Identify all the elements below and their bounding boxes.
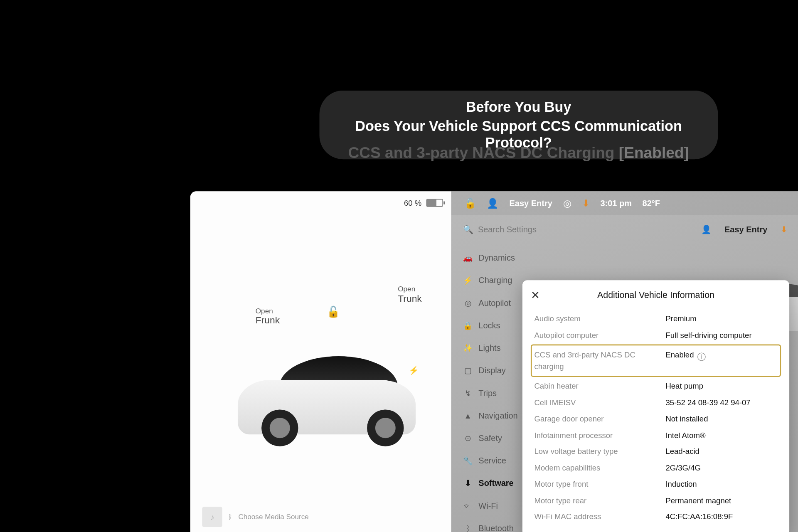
vehicle-info-modal: ✕ Additional Vehicle Information Audio s… xyxy=(522,280,789,532)
info-row: Low voltage battery typeLead-acid xyxy=(533,443,779,460)
battery-icon xyxy=(426,199,443,207)
info-key: Audio system xyxy=(534,313,665,325)
info-row: Autopilot computerFull self-driving comp… xyxy=(533,327,779,343)
info-value: Full self-driving computer xyxy=(665,329,777,341)
info-key: Cell IMEISV xyxy=(534,397,665,409)
info-value: Permanent magnet xyxy=(665,495,777,506)
status-bar: 🔓 👤 Easy Entry ◎ ⬇ 3:01 pm 82°F xyxy=(451,191,798,215)
subtitle-prefix: CCS and 3-party NACS DC Charging xyxy=(348,144,618,162)
header-update-icon[interactable]: ⬇ xyxy=(781,224,788,234)
settings-header: 🔍 Search Settings 👤 Easy Entry ⬇ 🔔 ᛒ LTE… xyxy=(463,223,798,235)
menu-icon: ⚡ xyxy=(463,276,473,285)
info-value: 35-52 24 08-39 42 94-07 xyxy=(665,397,777,409)
frunk-label: Frunk xyxy=(256,315,280,326)
menu-label: Service xyxy=(478,456,506,466)
info-row: CCS and 3rd-party NACS DC chargingEnable… xyxy=(531,344,781,377)
settings-search[interactable]: 🔍 Search Settings xyxy=(463,224,537,234)
subtitle-emph: [Enabled] xyxy=(619,144,689,162)
info-value: Induction xyxy=(665,478,777,490)
menu-label: Software xyxy=(478,478,513,488)
info-row: Wi-Fi MAC address4C:FC:AA:16:08:9F xyxy=(533,509,779,525)
menu-icon: ᛒ xyxy=(463,524,473,532)
update-icon[interactable]: ⬇ xyxy=(582,197,590,209)
modal-title: Additional Vehicle Information xyxy=(533,290,779,300)
touchscreen: 60 % Open Frunk Open Trunk 🔓 ⚡ ᛒ Choose … xyxy=(190,191,798,532)
lock-icon[interactable]: 🔓 xyxy=(327,305,340,318)
menu-icon: ▲ xyxy=(463,411,473,420)
frunk-button[interactable]: Open Frunk xyxy=(256,307,280,326)
info-row: Infotainment processorIntel Atom® xyxy=(533,427,779,443)
info-key: Garage door opener xyxy=(534,413,665,425)
info-key: Motor type rear xyxy=(534,495,665,506)
menu-icon: ⬇ xyxy=(463,479,473,488)
media-source-button[interactable]: ᛒ Choose Media Source xyxy=(202,507,439,527)
search-icon: 🔍 xyxy=(463,224,473,234)
status-temp: 82°F xyxy=(643,198,660,208)
info-value: 2G/3G/4G xyxy=(665,462,777,474)
info-value: Enabledi xyxy=(665,349,777,372)
info-key: Infotainment processor xyxy=(534,429,665,441)
info-row: Audio systemPremium xyxy=(533,310,779,327)
info-row: Modem capabilities2G/3G/4G xyxy=(533,460,779,476)
info-value: Lead-acid xyxy=(665,446,777,457)
info-row: Cell IMEISV35-52 24 08-39 42 94-07 xyxy=(533,394,779,411)
menu-label: Lights xyxy=(478,343,500,353)
menu-icon: 🔧 xyxy=(463,456,473,465)
menu-label: Locks xyxy=(478,320,500,330)
header-profile[interactable]: Easy Entry xyxy=(724,224,767,234)
album-art-placeholder xyxy=(202,507,222,527)
sidebar-item-dynamics[interactable]: 🚗Dynamics xyxy=(463,253,534,263)
info-key: Modem capabilities xyxy=(534,462,665,474)
menu-label: Safety xyxy=(478,433,502,443)
menu-label: Wi-Fi xyxy=(478,501,498,510)
menu-label: Display xyxy=(478,366,506,375)
vehicle-render xyxy=(226,345,433,464)
info-key: Low voltage battery type xyxy=(534,446,665,457)
info-row: Cabin heaterHeat pump xyxy=(533,378,779,394)
info-icon[interactable]: i xyxy=(697,352,706,361)
menu-icon: ◎ xyxy=(463,298,473,307)
info-key: Autopilot computer xyxy=(534,329,665,341)
info-value: 4C:FC:AA:16:08:9F xyxy=(665,511,777,522)
media-bar: ᛒ Choose Media Source ⏮ ▶ ⏭ ⫼ 🔍 xyxy=(202,507,439,532)
menu-icon: ▢ xyxy=(463,366,473,375)
frunk-open-label: Open xyxy=(256,307,273,315)
user-icon[interactable]: 👤 xyxy=(487,197,499,209)
info-value: Not installed xyxy=(665,413,777,425)
unlock-icon[interactable]: 🔓 xyxy=(464,197,476,209)
menu-icon: ✨ xyxy=(463,343,473,352)
menu-label: Bluetooth xyxy=(478,523,513,532)
menu-label: Charging xyxy=(478,276,512,285)
left-pane: 60 % Open Frunk Open Trunk 🔓 ⚡ ᛒ Choose … xyxy=(190,191,451,532)
menu-icon: 🔒 xyxy=(463,321,473,330)
info-value: Intel Atom® xyxy=(665,429,777,441)
info-key: Motor type front xyxy=(534,478,665,490)
menu-label: Dynamics xyxy=(478,253,515,263)
info-row: Motor type rearPermanent magnet xyxy=(533,492,779,508)
overlay-subtitle: CCS and 3-party NACS DC Charging [Enable… xyxy=(348,144,689,162)
user-icon: 👤 xyxy=(701,224,711,234)
sentry-icon[interactable]: ◎ xyxy=(563,197,571,209)
info-key: CCS and 3rd-party NACS DC charging xyxy=(534,349,665,372)
menu-icon: ⊙ xyxy=(463,433,473,442)
info-value: Premium xyxy=(665,313,777,325)
banner-line1: Before You Buy xyxy=(355,99,682,116)
close-icon[interactable]: ✕ xyxy=(531,288,539,301)
info-row: Garage door openerNot installed xyxy=(533,411,779,427)
info-key: Cabin heater xyxy=(534,380,665,392)
info-row: Motor type frontInduction xyxy=(533,476,779,492)
menu-label: Navigation xyxy=(478,411,517,420)
menu-label: Trips xyxy=(478,388,497,398)
right-pane: 🔓 👤 Easy Entry ◎ ⬇ 3:01 pm 82°F 🔍 Search… xyxy=(451,191,798,532)
info-value: Heat pump xyxy=(665,380,777,392)
status-profile[interactable]: Easy Entry xyxy=(510,198,552,208)
info-key: Wi-Fi MAC address xyxy=(534,511,665,522)
trunk-button[interactable]: Open Trunk xyxy=(398,285,422,304)
menu-icon: ᯤ xyxy=(463,501,473,510)
menu-label: Autopilot xyxy=(478,298,511,308)
trunk-open-label: Open xyxy=(398,285,415,293)
trunk-label: Trunk xyxy=(398,293,422,304)
menu-icon: 🚗 xyxy=(463,253,473,262)
status-time: 3:01 pm xyxy=(600,198,632,208)
search-placeholder: Search Settings xyxy=(478,224,537,234)
